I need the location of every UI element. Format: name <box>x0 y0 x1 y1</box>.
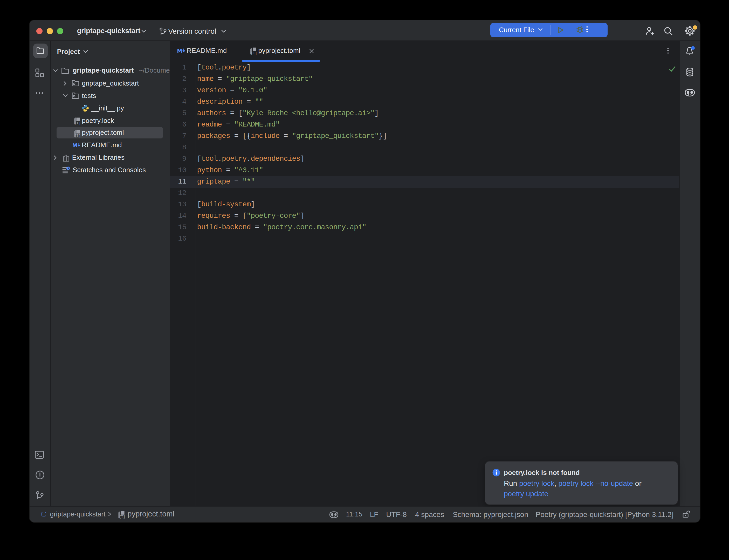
svg-text:[T]: [T] <box>119 515 125 518</box>
svg-text:[T]: [T] <box>74 134 81 137</box>
svg-text:[T]: [T] <box>74 121 81 125</box>
svg-text:[T]: [T] <box>250 51 256 55</box>
